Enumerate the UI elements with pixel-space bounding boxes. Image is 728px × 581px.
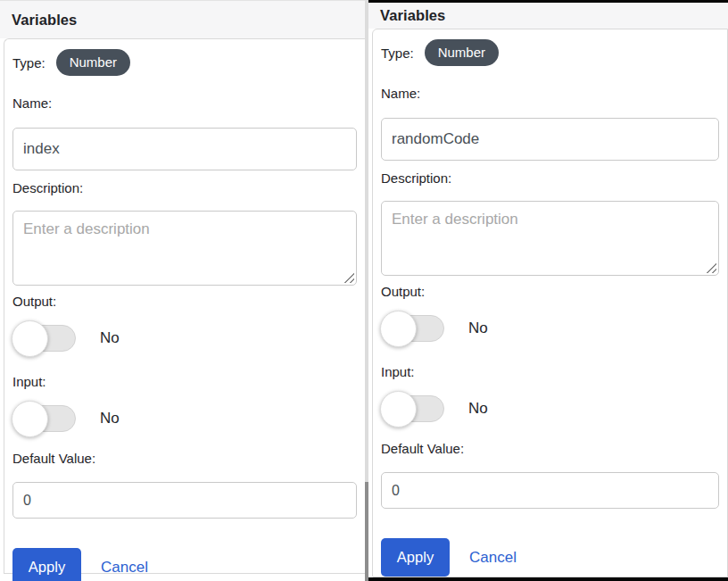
output-toggle[interactable] [381, 315, 444, 342]
type-row: Type: Number [12, 49, 357, 76]
output-label: Output: [381, 284, 719, 299]
screen: Variables Type: Number Name: Description… [0, 0, 728, 581]
input-toggle-state: No [468, 400, 488, 418]
variables-form: Type: Number Name: Description: Output: … [4, 38, 365, 574]
type-row: Type: Number [381, 39, 719, 66]
name-label: Name: [12, 95, 357, 111]
description-textarea[interactable] [12, 211, 357, 286]
input-toggle[interactable] [381, 395, 444, 422]
cancel-link[interactable]: Cancel [101, 559, 148, 577]
output-toggle-row: No [12, 325, 357, 352]
toggle-knob-icon [12, 320, 48, 357]
apply-button[interactable]: Apply [381, 538, 450, 577]
description-label: Description: [12, 180, 357, 195]
apply-button[interactable]: Apply [12, 548, 81, 581]
output-label: Output: [12, 294, 357, 309]
panel-header: Variables [0, 0, 365, 38]
input-toggle-state: No [100, 410, 120, 427]
form-actions: Apply Cancel [381, 538, 719, 577]
name-input[interactable] [381, 118, 719, 161]
input-toggle-row: No [381, 395, 719, 422]
panel-header: Variables [368, 3, 728, 29]
input-toggle[interactable] [12, 405, 76, 432]
variables-form: Type: Number Name: Description: Output: … [372, 29, 728, 577]
variables-panel-left: Variables Type: Number Name: Description… [0, 0, 365, 581]
description-field-wrap [12, 211, 357, 286]
output-toggle-state: No [100, 329, 120, 347]
variables-panel-right: Variables Type: Number Name: Description… [368, 0, 728, 581]
default-value-label: Default Value: [12, 451, 357, 466]
default-value-input[interactable] [12, 482, 357, 519]
cancel-link[interactable]: Cancel [469, 549, 517, 567]
toggle-knob-icon [380, 391, 417, 427]
name-label: Name: [381, 86, 719, 101]
name-input[interactable] [12, 128, 357, 170]
type-badge: Number [425, 39, 499, 66]
type-label: Type: [381, 46, 414, 61]
description-field-wrap [381, 201, 719, 276]
output-toggle-row: No [381, 315, 719, 342]
output-toggle-state: No [468, 320, 488, 337]
type-badge: Number [56, 49, 130, 76]
default-value-label: Default Value: [381, 441, 719, 456]
input-label: Input: [12, 374, 357, 389]
default-value-input[interactable] [381, 472, 719, 509]
output-toggle[interactable] [12, 325, 76, 352]
input-toggle-row: No [12, 405, 357, 432]
toggle-knob-icon [12, 401, 48, 437]
panel-title: Variables [12, 12, 77, 29]
bottom-black-bar [368, 577, 728, 581]
form-actions: Apply Cancel [12, 548, 357, 581]
toggle-knob-icon [380, 311, 417, 347]
description-textarea[interactable] [381, 201, 719, 276]
description-label: Description: [381, 170, 719, 186]
type-label: Type: [12, 55, 46, 71]
panel-title: Variables [380, 7, 445, 24]
input-label: Input: [381, 364, 719, 379]
